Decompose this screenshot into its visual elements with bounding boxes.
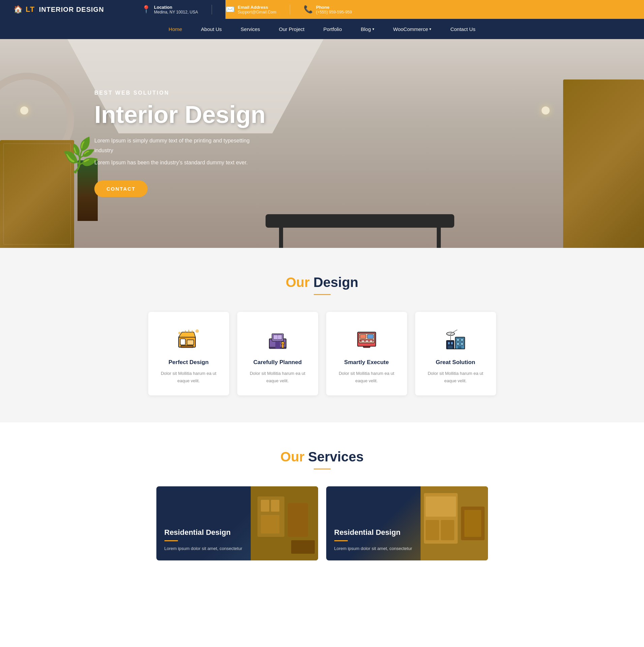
- svg-rect-16: [282, 344, 284, 348]
- svg-rect-23: [362, 341, 364, 342]
- solution-design-desc: Dolor sit Mollitia harum ea ut eaque vel…: [423, 370, 488, 385]
- design-section-title: Our Design: [13, 275, 631, 290]
- location-info: 📍 Location Medina, NY 10012, USA: [128, 5, 212, 14]
- nav-woocommerce[interactable]: WooCommerce ▾: [384, 19, 441, 39]
- hero-cabinet-right: [563, 79, 644, 248]
- execute-design-icon: [353, 325, 380, 352]
- svg-rect-14: [275, 341, 280, 349]
- planned-design-desc: Dolor sit Mollitia harum ea ut eaque vel…: [245, 370, 310, 385]
- svg-rect-25: [370, 341, 372, 342]
- phone-label: Phone: [316, 5, 352, 10]
- execute-design-title: Smartly Execute: [334, 359, 399, 366]
- design-title-main: Design: [310, 275, 358, 290]
- design-cards-container: Perfect Design Dolor sit Mollitia harum …: [137, 312, 508, 395]
- planned-design-title: Carefully Planned: [245, 359, 310, 366]
- svg-rect-1: [180, 339, 185, 345]
- design-card-solution: Great Solution Dolor sit Mollitia harum …: [415, 312, 496, 395]
- service-card-2[interactable]: Residential Design Lorem ipsum dolor sit…: [326, 486, 488, 560]
- perfect-design-icon: [175, 325, 202, 352]
- svg-rect-31: [448, 346, 453, 349]
- nav-services-label: Services: [241, 26, 260, 32]
- svg-rect-36: [461, 343, 463, 345]
- service-cards-container: Residential Design Lorem ipsum dolor sit…: [137, 486, 508, 560]
- contact-button[interactable]: CONTACT: [94, 181, 148, 197]
- email-value: Support@Gmail.Com: [238, 10, 276, 14]
- brand-name: INTERIOR DESIGN: [39, 6, 104, 13]
- svg-rect-34: [461, 338, 463, 341]
- woocommerce-chevron-icon: ▾: [429, 27, 431, 31]
- location-icon: 📍: [142, 5, 151, 14]
- perfect-design-title: Perfect Design: [156, 359, 221, 366]
- svg-rect-30: [451, 342, 453, 345]
- service-card-2-image: [421, 486, 488, 560]
- services-section-title: Our Services: [13, 449, 631, 464]
- service-card-2-title: Residential Design: [334, 528, 412, 537]
- service-card-1-underline: [164, 540, 178, 541]
- hero-section: BEST WEB SOLUTION Interior Design Lorem …: [0, 39, 644, 248]
- nav-portfolio[interactable]: Portfolio: [314, 19, 351, 39]
- services-section: Our Services Residential Design Lorem: [0, 422, 644, 574]
- hero-desc1: Lorem Ipsum is simply dummy text of the …: [94, 136, 270, 156]
- phone-text: Phone (+555) 959-595-959: [316, 5, 352, 14]
- svg-rect-51: [426, 496, 456, 517]
- design-card-planned: Carefully Planned Dolor sit Mollitia har…: [237, 312, 318, 395]
- hero-content: BEST WEB SOLUTION Interior Design Lorem …: [0, 90, 270, 197]
- hero-lamp-right: [542, 106, 550, 115]
- service-card-1-content: Residential Design Lorem ipsum dolor sit…: [156, 520, 250, 560]
- nav-blog[interactable]: Blog ▾: [351, 19, 384, 39]
- phone-info: 📞 Phone (+555) 959-595-959: [290, 5, 365, 14]
- perfect-design-desc: Dolor sit Mollitia harum ea ut eaque vel…: [156, 370, 221, 385]
- brand-lt: LT: [26, 5, 35, 14]
- svg-rect-48: [291, 540, 315, 554]
- solution-design-icon: [442, 325, 469, 352]
- services-title-our: Our: [280, 449, 304, 464]
- location-label: Location: [154, 5, 198, 10]
- nav-contact-label: Contact Us: [450, 26, 475, 32]
- brand-logo[interactable]: 🏠 LT INTERIOR DESIGN: [13, 5, 128, 14]
- phone-icon: 📞: [304, 5, 313, 14]
- service-card-2-content: Residential Design Lorem ipsum dolor sit…: [326, 520, 420, 560]
- services-title-main: Services: [304, 449, 364, 464]
- svg-rect-53: [441, 520, 454, 540]
- design-divider: [314, 294, 331, 295]
- service-card-1-image: [251, 486, 318, 560]
- services-divider: [314, 468, 331, 470]
- navigation: Home About Us Services Our Project Portf…: [0, 19, 644, 39]
- design-card-execute: Smartly Execute Dolor sit Mollitia harum…: [326, 312, 407, 395]
- hero-subtitle: BEST WEB SOLUTION: [94, 90, 270, 96]
- svg-rect-44: [261, 500, 269, 512]
- email-info: ✉️ Email Address Support@Gmail.Com: [212, 5, 290, 14]
- svg-rect-24: [366, 341, 368, 342]
- nav-project-label: Our Project: [279, 26, 305, 32]
- design-card-perfect: Perfect Design Dolor sit Mollitia harum …: [148, 312, 229, 395]
- service-card-2-underline: [334, 540, 348, 541]
- hero-table: [266, 214, 454, 228]
- svg-rect-52: [426, 520, 439, 540]
- nav-woocommerce-label: WooCommerce: [393, 26, 428, 32]
- nav-home-label: Home: [168, 26, 182, 32]
- nav-contact[interactable]: Contact Us: [441, 19, 485, 39]
- service-card-1[interactable]: Residential Design Lorem ipsum dolor sit…: [156, 486, 318, 560]
- svg-rect-20: [360, 334, 366, 338]
- svg-rect-55: [464, 510, 481, 537]
- svg-rect-21: [367, 334, 373, 338]
- planned-design-icon: [264, 325, 291, 352]
- nav-home[interactable]: Home: [159, 19, 191, 39]
- nav-about[interactable]: About Us: [191, 19, 231, 39]
- svg-rect-37: [458, 346, 461, 349]
- execute-design-desc: Dolor sit Mollitia harum ea ut eaque vel…: [334, 370, 399, 385]
- phone-value: (+555) 959-595-959: [316, 10, 352, 14]
- nav-project[interactable]: Our Project: [270, 19, 314, 39]
- svg-rect-47: [288, 503, 308, 537]
- email-text: Email Address Support@Gmail.Com: [238, 5, 276, 14]
- top-bar: 🏠 LT INTERIOR DESIGN 📍 Location Medina, …: [0, 0, 644, 19]
- svg-rect-33: [457, 338, 459, 341]
- service-card-1-desc: Lorem ipsum dolor sit amet, consectetur: [164, 545, 242, 552]
- solution-design-title: Great Solution: [423, 359, 488, 366]
- nav-blog-label: Blog: [361, 26, 371, 32]
- blog-chevron-icon: ▾: [372, 27, 374, 31]
- hero-title: Interior Design: [94, 101, 270, 128]
- nav-services[interactable]: Services: [231, 19, 270, 39]
- svg-marker-4: [179, 332, 195, 337]
- service-card-1-title: Residential Design: [164, 528, 242, 537]
